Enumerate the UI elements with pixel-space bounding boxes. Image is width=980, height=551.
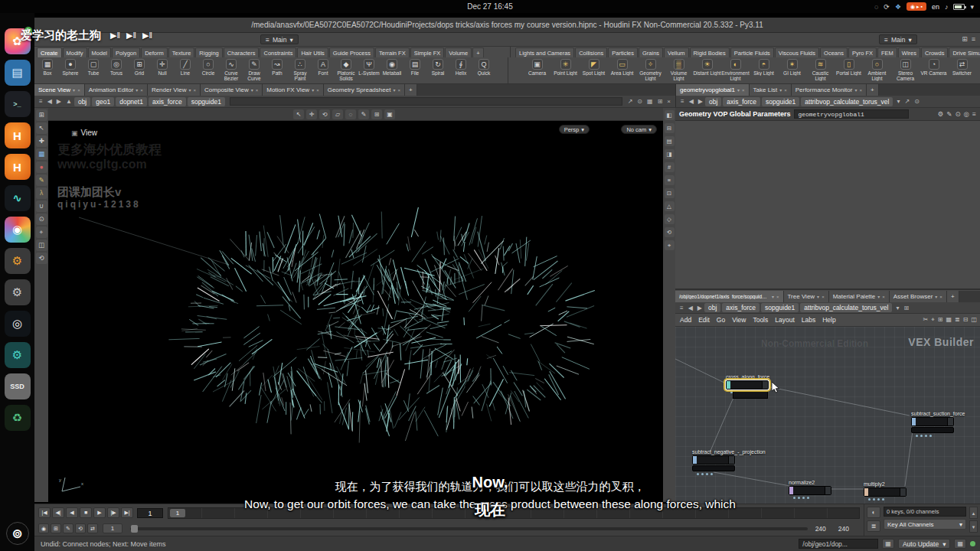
window-title-bar[interactable]: /media/anasvfx/0EA5072C0EA5072C/HoudiniP…	[34, 18, 980, 33]
shelf-tool-box[interactable]: ▦Box	[36, 57, 59, 83]
nav-forward-icon[interactable]: ▶	[54, 98, 64, 105]
range-end-frame[interactable]: 240	[815, 525, 826, 533]
shelf-tab-texture[interactable]: Texture	[168, 47, 195, 57]
shelf-tool-sky-light[interactable]: ◓Sky Light	[750, 57, 778, 83]
pane-tab-animation-editor[interactable]: Animation Editor▾×	[85, 84, 148, 96]
shelf-tab-modify[interactable]: Modify	[63, 47, 87, 57]
timeline[interactable]: 1	[168, 507, 860, 519]
frame-step-field[interactable]: 1	[103, 523, 122, 533]
shelf-tab-simple-fx[interactable]: Simple FX	[410, 47, 445, 57]
pane-tab-material-palette[interactable]: Material Palette▾×	[829, 291, 890, 302]
shelf-tab-constraints[interactable]: Constraints	[260, 47, 296, 57]
update-refresh-icon[interactable]: ⟳	[884, 3, 890, 11]
close-icon[interactable]: ×	[77, 88, 80, 93]
pane-tab-geometry-spreadsheet[interactable]: Geometry Spreadsheet▾×	[324, 84, 405, 96]
update-mode-dropdown[interactable]: Auto Update ▾	[898, 539, 951, 549]
range-slider-handle[interactable]	[131, 525, 138, 533]
shelf-tab-create[interactable]: Create	[37, 47, 62, 57]
camera-selector[interactable]: No cam ▾	[621, 125, 657, 134]
pin-path-icon[interactable]: ⊙	[635, 98, 645, 105]
scale-icon[interactable]: ▱	[332, 109, 343, 119]
activities-swirl-icon[interactable]: ⊚	[6, 522, 29, 545]
system-teal-app-icon[interactable]: ⚙	[5, 342, 31, 368]
add-shelf-tab-icon[interactable]: +	[472, 47, 483, 57]
pane-menu-icon[interactable]: ≡	[37, 98, 45, 105]
path-item-geo1[interactable]: geo1	[92, 97, 114, 106]
tile-icon[interactable]: ▦	[946, 316, 952, 324]
window-layout-icon[interactable]: ⊞	[962, 35, 968, 43]
nav-forward-icon[interactable]: ▶	[696, 98, 705, 105]
sphere-tool-icon[interactable]: ●	[36, 161, 47, 173]
expand-up-icon[interactable]: ▴	[969, 507, 978, 519]
jump-end-button[interactable]: ▶|	[121, 507, 133, 518]
battery-icon[interactable]	[953, 4, 965, 10]
shelf-tab-hair-utils[interactable]: Hair Utils	[297, 47, 328, 57]
node-name-field[interactable]: geometryvopglobal1	[794, 109, 909, 119]
chevron-down-icon[interactable]: ▾	[136, 87, 138, 93]
shelf-tab-rigid-bodies[interactable]: Rigid Bodies	[690, 47, 730, 57]
pin-icon[interactable]: ⊙	[955, 110, 960, 118]
shelf-tool-spiral[interactable]: ↻Spiral	[426, 57, 449, 83]
netmenu-help[interactable]: Help	[822, 316, 835, 324]
pane-tab-geometryvopglobal1[interactable]: geometryvopglobal1▾×	[676, 84, 750, 96]
pane-tab-composite-view[interactable]: Composite View▾×	[201, 84, 263, 96]
play-button[interactable]: ▶	[93, 507, 106, 518]
chevron-down-icon[interactable]: ▾	[251, 87, 253, 93]
shelf-tool-path[interactable]: ↝Path	[266, 57, 289, 83]
network-editor-canvas[interactable]: Non-Commercial Edition VEX Builder cross…	[675, 327, 980, 504]
box-tool-icon[interactable]: ▦	[36, 148, 47, 160]
shelf-tab-particle-fluids[interactable]: Particle Fluids	[730, 47, 774, 57]
screen-recorder-badge[interactable]: ◉ ▸ ▪	[906, 2, 926, 11]
files-app-icon[interactable]: ▤	[5, 60, 31, 86]
shelf-tool-helix[interactable]: ∮Helix	[449, 57, 472, 83]
node-subtract-suction-force[interactable]: subtract_suction_force	[911, 411, 954, 437]
shelf-tab-grains[interactable]: Grains	[639, 47, 663, 57]
chevron-down-icon[interactable]: ▾	[854, 87, 857, 93]
camera-icon[interactable]: ▣	[384, 109, 395, 119]
nav-back-icon[interactable]: ◀	[686, 305, 695, 311]
jump-icon[interactable]: ↗	[626, 98, 635, 105]
shelf-tab-drive-simulation[interactable]: Drive Simulation	[949, 47, 980, 57]
menu-icon[interactable]: ≡	[972, 110, 976, 118]
shelf-tool-gi-light[interactable]: ✶GI Light	[778, 57, 806, 83]
select-mode-icon[interactable]: ↖	[293, 109, 304, 119]
jump-start-button[interactable]: |◀	[38, 507, 51, 518]
recycle-app-icon[interactable]: ♻	[5, 405, 31, 431]
netmenu-labs[interactable]: Labs	[802, 316, 815, 324]
path-item-attribvop-calculate-torus-vel[interactable]: attribvop_calculate_torus_vel	[800, 303, 892, 312]
node-multiply2[interactable]: multiply2	[864, 481, 906, 500]
key-all-channels-dropdown[interactable]: Key All Channels ▾	[884, 519, 966, 530]
shelf-tool-distant-light[interactable]: ☀Distant Light	[693, 57, 721, 83]
status-circle-icon[interactable]: ◌	[874, 3, 878, 11]
netmenu-go[interactable]: Go	[717, 316, 725, 324]
shelf-tool-line[interactable]: ╱Line	[174, 57, 197, 83]
magnet-tool-icon[interactable]: ∪	[36, 201, 47, 212]
chevron-down-icon[interactable]: ▾	[189, 87, 191, 93]
snap-box-icon[interactable]: ⊡	[665, 188, 675, 198]
close-icon[interactable]: ×	[776, 295, 779, 299]
shelf-tool-grid[interactable]: ⊞Grid	[128, 57, 151, 83]
chevron-down-icon[interactable]: ▾	[73, 87, 75, 93]
node-cross-along-force[interactable]: cross_along_force	[726, 374, 769, 393]
shelf-tool-metaball[interactable]: ◉Metaball	[381, 57, 403, 83]
shelf-tool-font[interactable]: AFont	[312, 57, 335, 83]
close-icon[interactable]: ×	[939, 295, 942, 299]
translate-icon[interactable]: ✛	[306, 109, 317, 119]
launcher-logo-icon[interactable]: ✿1	[5, 28, 31, 54]
edit-keys-button[interactable]: ✎	[63, 523, 74, 533]
path-input-field[interactable]	[230, 97, 622, 106]
shelf-tab-viscous-fluids[interactable]: Viscous Fluids	[775, 47, 819, 57]
path-item-obj[interactable]: obj	[705, 97, 721, 106]
shelf-tool-camera[interactable]: ▣Camera	[523, 57, 551, 83]
measure-tool-icon[interactable]: ⌖	[36, 227, 47, 238]
next-key-button[interactable]: |▶	[107, 507, 119, 518]
shelf-tab-pyro-fx[interactable]: Pyro FX	[848, 47, 877, 57]
pane-tab-render-view[interactable]: Render View▾×	[148, 84, 201, 96]
shelf-tool-vr-camera[interactable]: ◔VR Camera	[920, 57, 948, 83]
loop-tool-icon[interactable]: ⟲	[36, 253, 47, 264]
path-item-axis-force[interactable]: axis_force	[722, 303, 760, 312]
node-subtract-negative-projection[interactable]: subtract_negative_-_projection	[692, 449, 735, 475]
shelf-tab-terrain-fx[interactable]: Terrain FX	[375, 47, 410, 57]
target-icon[interactable]: ⌖	[665, 240, 675, 250]
path-item-attribvop-calculate-torus-vel[interactable]: attribvop_calculate_torus_vel	[801, 97, 893, 106]
